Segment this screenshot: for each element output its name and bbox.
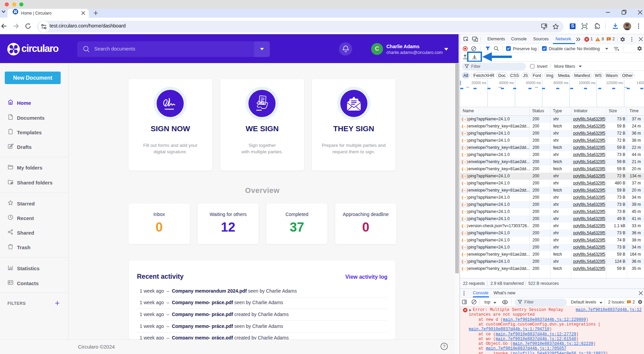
svg-text:?: ?: [443, 344, 445, 349]
